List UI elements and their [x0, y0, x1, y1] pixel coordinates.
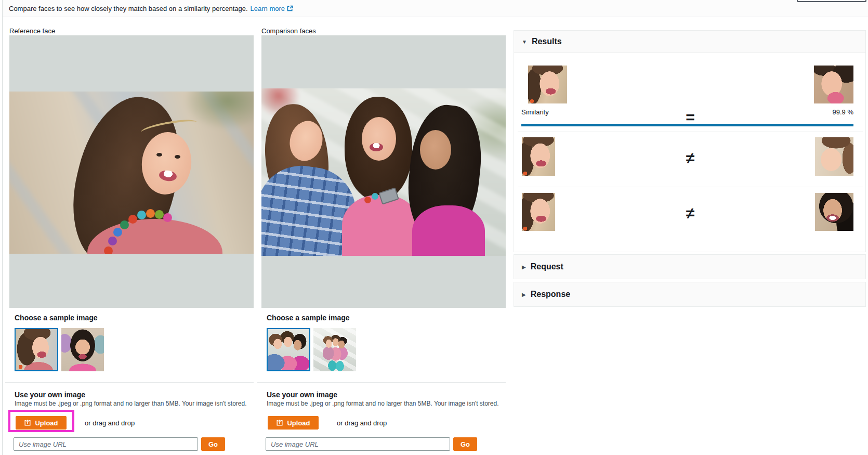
- caret-right-icon: ▶: [522, 264, 526, 270]
- results-title: Results: [532, 37, 562, 46]
- comparison-sample-thumb-2[interactable]: [313, 328, 356, 371]
- bead: [163, 213, 172, 222]
- comparison-column: Comparison faces Choose a sa: [261, 0, 506, 455]
- own-image-note: Image must be .jpeg or .png format and n…: [267, 400, 499, 407]
- bead: [372, 193, 378, 200]
- caret-right-icon: ▶: [522, 292, 526, 297]
- sample-image-heading: Choose a sample image: [15, 314, 98, 322]
- photo-shape: [156, 153, 162, 157]
- bead: [146, 209, 155, 218]
- go-button[interactable]: Go: [201, 437, 225, 451]
- bead: [128, 215, 137, 224]
- section-divider: [257, 382, 506, 383]
- truncated-toolbar-button[interactable]: [797, 0, 866, 2]
- not-equals-relation-symbol: ≠: [679, 149, 702, 167]
- caret-down-icon: ▼: [522, 39, 527, 45]
- page-left-border: [2, 0, 3, 455]
- request-section-header[interactable]: ▶ Request: [514, 255, 865, 279]
- compare-faces-page: Compare faces to see how closely they ma…: [0, 0, 868, 455]
- results-section-header[interactable]: ▼ Results: [514, 31, 865, 53]
- response-title: Response: [531, 290, 570, 299]
- comparison-image-canvas: [261, 35, 506, 308]
- go-button[interactable]: Go: [453, 437, 477, 451]
- result-row2-comparison-face-thumb: [815, 137, 853, 176]
- result-row3-reference-face-thumb: [522, 193, 555, 231]
- row-divider: [518, 132, 863, 132]
- response-section: ▶ Response: [514, 282, 866, 307]
- sample-image-heading: Choose a sample image: [267, 314, 350, 322]
- photo-shape: [370, 143, 383, 151]
- drag-and-drop-label: or drag and drop: [85, 419, 135, 427]
- section-divider: [5, 382, 254, 383]
- photo-shape: [412, 205, 485, 256]
- own-image-note: Image must be .jpeg or .png format and n…: [15, 400, 247, 407]
- similarity-value: 99.9 %: [833, 108, 853, 116]
- request-title: Request: [531, 262, 563, 271]
- upload-button[interactable]: Upload: [268, 416, 319, 430]
- bead: [104, 246, 113, 254]
- reference-sample-thumb-1-selected[interactable]: [15, 328, 58, 371]
- similarity-label: Similarity: [521, 108, 549, 116]
- bead: [113, 228, 122, 237]
- bead: [108, 237, 117, 245]
- comparison-column-label: Comparison faces: [261, 27, 316, 35]
- result-row1-comparison-face-thumb: [814, 66, 853, 103]
- photo-shape: [362, 117, 396, 161]
- result-row3-comparison-face-thumb: [815, 193, 853, 231]
- image-url-input[interactable]: [14, 437, 198, 451]
- comparison-photo: [261, 88, 506, 256]
- row-divider: [518, 187, 863, 187]
- bead: [120, 220, 129, 229]
- request-section: ▶ Request: [514, 254, 866, 279]
- upload-icon: [276, 419, 283, 426]
- reference-column-label: Reference face: [9, 27, 55, 35]
- reference-column: Reference face Choo: [9, 0, 254, 455]
- annotation-highlight-box: [8, 410, 74, 432]
- result-row2-reference-face-thumb: [522, 137, 555, 176]
- not-equals-relation-symbol: ≠: [679, 204, 702, 222]
- bead: [364, 197, 371, 203]
- reference-photo: [9, 92, 254, 254]
- bead: [155, 210, 164, 219]
- photo-shape: [420, 130, 451, 170]
- comparison-sample-thumb-1-selected[interactable]: [267, 328, 310, 371]
- drag-and-drop-label: or drag and drop: [337, 419, 387, 427]
- result-row1-reference-face-thumb: [528, 66, 567, 103]
- similarity-bar: [521, 124, 853, 126]
- reference-sample-thumb-2[interactable]: [61, 328, 104, 371]
- results-panel: ▼ Results = Similarity 99.9 % ≠ ≠ ▶ R: [514, 0, 866, 455]
- results-section: ▼ Results = Similarity 99.9 % ≠ ≠: [514, 30, 866, 252]
- image-url-input[interactable]: [266, 437, 450, 451]
- photo-shape: [342, 195, 420, 256]
- reference-image-canvas: [9, 35, 254, 308]
- own-image-heading: Use your own image: [267, 391, 337, 399]
- own-image-heading: Use your own image: [15, 391, 85, 399]
- bead: [137, 211, 146, 219]
- photo-shape: [175, 155, 180, 159]
- response-section-header[interactable]: ▶ Response: [514, 282, 865, 306]
